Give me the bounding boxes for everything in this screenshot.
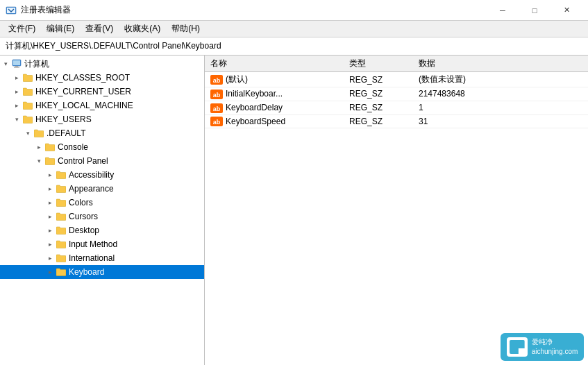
folder-icon-console <box>44 142 56 153</box>
address-path: 计算机\HKEY_USERS\.DEFAULT\Control Panel\Ke… <box>6 40 221 52</box>
reg-value-data: (数值未设置) <box>413 72 588 87</box>
reg-value-data: 1 <box>413 101 588 114</box>
tree-label-appearance: Appearance <box>69 184 114 194</box>
folder-icon-controlpanel <box>44 155 56 167</box>
expand-btn-hku[interactable] <box>11 114 22 125</box>
tree-label-colors: Colors <box>69 198 93 207</box>
table-row[interactable]: ab (默认)REG_SZ(数值未设置) <box>205 72 588 87</box>
reg-value-type: REG_SZ <box>344 101 413 114</box>
tree-item-hku[interactable]: HKEY_USERS <box>0 112 204 126</box>
values-pane: 名称 类型 数据 ab (默认)REG_SZ(数值未设置) ab Initial… <box>205 56 588 365</box>
reg-value-data: 2147483648 <box>413 87 588 101</box>
svg-text:ab: ab <box>213 77 221 84</box>
folder-icon-hklm <box>22 100 33 111</box>
tree-item-hklm[interactable]: HKEY_LOCAL_MACHINE <box>0 99 204 112</box>
menu-item[interactable]: 编辑(E) <box>41 22 80 36</box>
tree-label-cursors: Cursors <box>69 212 98 221</box>
main-content: 计算机 HKEY_CLASSES_ROOT HKEY_CURRENT_USER … <box>0 56 588 365</box>
folder-icon-colors <box>56 197 67 208</box>
expand-btn-hklm[interactable] <box>11 100 22 111</box>
tree-item-desktop[interactable]: Desktop <box>0 223 204 237</box>
svg-rect-4 <box>15 66 18 67</box>
folder-icon-hkcu <box>22 86 33 97</box>
reg-value-type: REG_SZ <box>344 87 413 101</box>
tree-item-hkcr[interactable]: HKEY_CLASSES_ROOT <box>0 71 204 85</box>
table-row[interactable]: ab KeyboardDelayREG_SZ1 <box>205 101 588 114</box>
table-row[interactable]: ab InitialKeyboar...REG_SZ2147483648 <box>205 87 588 101</box>
maximize-button[interactable]: □ <box>519 0 551 21</box>
minimize-button[interactable]: ─ <box>487 0 519 21</box>
close-button[interactable]: ✕ <box>551 0 582 21</box>
tree-label-controlpanel: Control Panel <box>58 156 108 166</box>
expand-btn-appearance[interactable] <box>44 183 56 194</box>
tree-label-hku: HKEY_USERS <box>35 114 92 124</box>
reg-value-type: REG_SZ <box>344 114 413 128</box>
expand-btn-cursors[interactable] <box>44 211 56 222</box>
expand-btn-international[interactable] <box>44 253 56 264</box>
menu-item[interactable]: 文件(F) <box>3 22 41 36</box>
expand-btn-inputmethod[interactable] <box>44 239 56 250</box>
tree-label-hkcu: HKEY_CURRENT_USER <box>35 87 131 96</box>
menu-item[interactable]: 查看(V) <box>80 22 119 36</box>
folder-icon-hkcr <box>22 72 33 83</box>
tree-label-default: .DEFAULT <box>47 128 85 138</box>
expand-btn-accessibility[interactable] <box>44 169 56 180</box>
folder-icon-inputmethod <box>56 239 67 250</box>
svg-rect-3 <box>13 60 20 65</box>
col-type[interactable]: 类型 <box>344 56 413 72</box>
expand-btn-colors[interactable] <box>44 197 56 208</box>
tree-label-desktop: Desktop <box>69 226 99 235</box>
address-bar: 计算机\HKEY_USERS\.DEFAULT\Control Panel\Ke… <box>0 37 588 56</box>
svg-text:ab: ab <box>213 119 221 126</box>
tree-item-hkcu[interactable]: HKEY_CURRENT_USER <box>0 85 204 99</box>
tree-item-default[interactable]: .DEFAULT <box>0 126 204 140</box>
menu-item[interactable]: 收藏夹(A) <box>119 22 166 36</box>
reg-value-data: 31 <box>413 114 588 128</box>
tree-label-inputmethod: Input Method <box>69 239 117 249</box>
tree-item-keyboard[interactable]: Keyboard <box>0 265 204 279</box>
expand-btn-hkcu[interactable] <box>11 86 22 97</box>
app-icon <box>6 5 17 16</box>
expand-btn-desktop[interactable] <box>44 225 56 236</box>
values-table: 名称 类型 数据 ab (默认)REG_SZ(数值未设置) ab Initial… <box>205 56 588 128</box>
folder-icon-cursors <box>56 211 67 222</box>
expand-btn-computer[interactable] <box>0 58 11 69</box>
reg-type-icon: ab <box>210 103 223 113</box>
tree-label-hkcr: HKEY_CLASSES_ROOT <box>35 73 130 83</box>
expand-btn-default[interactable] <box>22 128 33 139</box>
tree-item-colors[interactable]: Colors <box>0 196 204 210</box>
watermark: 爱纯净 aichunjing.com <box>501 333 584 361</box>
tree-item-console[interactable]: Console <box>0 140 204 154</box>
tree-item-inputmethod[interactable]: Input Method <box>0 237 204 251</box>
expand-btn-keyboard[interactable] <box>44 266 56 278</box>
folder-icon-international <box>56 253 67 264</box>
menu-bar: 文件(F)编辑(E)查看(V)收藏夹(A)帮助(H) <box>0 21 588 37</box>
reg-value-name: ab KeyboardSpeed <box>205 114 344 128</box>
tree-pane[interactable]: 计算机 HKEY_CLASSES_ROOT HKEY_CURRENT_USER … <box>0 56 205 365</box>
tree-item-appearance[interactable]: Appearance <box>0 182 204 196</box>
folder-icon-keyboard <box>56 266 67 278</box>
folder-icon-computer <box>11 58 22 69</box>
menu-item[interactable]: 帮助(H) <box>166 22 205 36</box>
col-name[interactable]: 名称 <box>205 56 344 72</box>
reg-value-name-text: InitialKeyboar... <box>226 89 283 99</box>
watermark-line2: aichunjing.com <box>532 347 578 357</box>
folder-icon-accessibility <box>56 169 67 180</box>
folder-icon-desktop <box>56 225 67 236</box>
tree-item-cursors[interactable]: Cursors <box>0 210 204 223</box>
folder-icon-appearance <box>56 183 67 194</box>
tree-item-controlpanel[interactable]: Control Panel <box>0 154 204 168</box>
expand-btn-controlpanel[interactable] <box>33 155 44 167</box>
table-row[interactable]: ab KeyboardSpeedREG_SZ31 <box>205 114 588 128</box>
expand-btn-hkcr[interactable] <box>11 72 22 83</box>
window-controls: ─ □ ✕ <box>487 0 582 21</box>
reg-type-icon: ab <box>210 117 223 126</box>
col-data[interactable]: 数据 <box>413 56 588 72</box>
reg-type-icon: ab <box>210 75 223 85</box>
reg-value-name: ab KeyboardDelay <box>205 101 344 114</box>
tree-item-computer[interactable]: 计算机 <box>0 57 204 71</box>
tree-label-console: Console <box>58 142 88 152</box>
tree-item-accessibility[interactable]: Accessibility <box>0 168 204 182</box>
tree-item-international[interactable]: International <box>0 251 204 265</box>
expand-btn-console[interactable] <box>33 142 44 153</box>
